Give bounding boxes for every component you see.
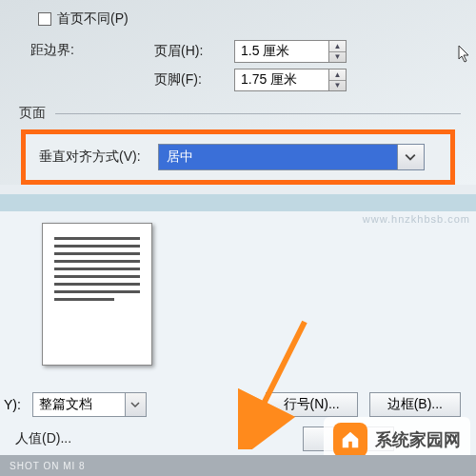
- spinner-up-icon[interactable]: ▲: [329, 69, 346, 81]
- default-button-label[interactable]: 人值(D)...: [15, 430, 71, 447]
- header-margin-label: 页眉(H):: [154, 43, 227, 60]
- apply-to-value[interactable]: 整篇文档: [32, 392, 126, 417]
- cursor-icon: [457, 44, 474, 65]
- first-page-diff-checkbox[interactable]: [38, 12, 51, 26]
- from-edge-label: 距边界:: [30, 40, 116, 59]
- spinner-down-icon[interactable]: ▼: [329, 81, 346, 91]
- line-numbers-label: 行号(N)...: [284, 396, 340, 413]
- borders-button[interactable]: 边框(B)...: [369, 392, 461, 417]
- page-preview: [42, 223, 152, 366]
- watermark-url: www.hnzkhbsb.com: [363, 213, 470, 225]
- spinner-up-icon[interactable]: ▲: [329, 41, 346, 52]
- spinner-down-icon[interactable]: ▼: [329, 52, 346, 63]
- apply-to-select[interactable]: 整篇文档: [32, 392, 147, 417]
- apply-to-suffix: Y):: [4, 397, 21, 412]
- vertical-align-dropdown[interactable]: 居中: [158, 144, 425, 170]
- borders-label: 边框(B)...: [387, 396, 443, 413]
- chevron-down-icon[interactable]: [126, 392, 147, 417]
- brand-text: 系统家园网: [375, 428, 461, 451]
- header-margin-spinner[interactable]: ▲ ▼: [234, 40, 347, 63]
- header-margin-input[interactable]: [234, 40, 329, 63]
- shot-on-watermark: SHOT ON MI 8: [0, 455, 476, 476]
- vertical-align-row: 垂直对齐方式(V): 居中: [21, 129, 455, 185]
- vertical-align-label: 垂直对齐方式(V):: [39, 149, 141, 166]
- house-icon: [333, 423, 367, 457]
- page-groupbox-label: 页面: [19, 105, 46, 122]
- footer-margin-label: 页脚(F):: [154, 71, 227, 89]
- vertical-align-selected[interactable]: 居中: [158, 144, 398, 170]
- chevron-down-icon[interactable]: [398, 144, 425, 170]
- groupbox-divider: [55, 113, 461, 114]
- first-page-diff-label: 首页不同(P): [57, 10, 129, 28]
- separator-bar: [0, 194, 476, 211]
- footer-margin-input[interactable]: [234, 69, 329, 91]
- line-numbers-button[interactable]: 行号(N)...: [266, 392, 358, 417]
- footer-margin-spinner[interactable]: ▲ ▼: [234, 69, 347, 91]
